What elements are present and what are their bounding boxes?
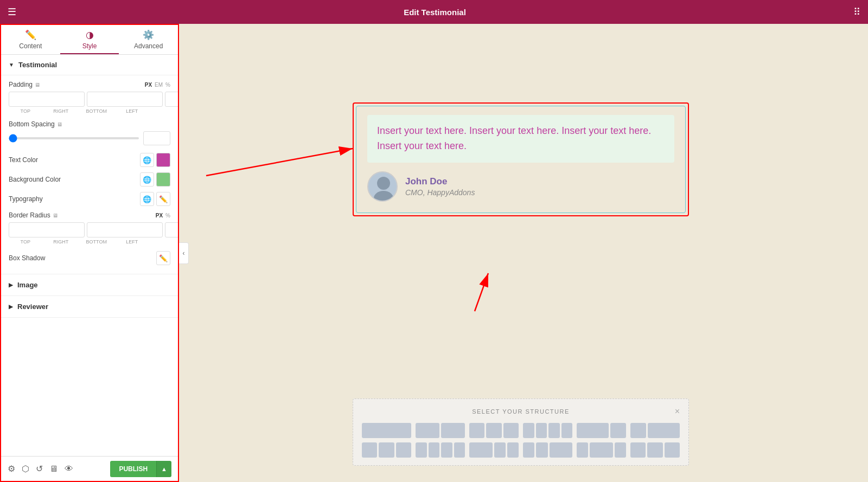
unit-percent[interactable]: % (165, 82, 170, 88)
author-name: John Doe (405, 176, 475, 187)
responsive-icon[interactable]: 🖥 (49, 464, 58, 474)
settings-icon[interactable]: ⚙ (8, 464, 15, 474)
typography-globe-button[interactable]: 🌐 (140, 192, 154, 206)
publish-dropdown-button[interactable]: ▲ (156, 461, 171, 477)
testimonial-inner: Insert your text here. Insert your text … (356, 106, 686, 213)
eye-icon[interactable]: 👁 (65, 464, 73, 474)
chevron-down-icon: ▼ (9, 62, 14, 68)
text-color-swatch[interactable] (156, 153, 170, 167)
chevron-right-icon-2: ▶ (9, 304, 13, 310)
testimonial-text: Insert your text here. Insert your text … (377, 124, 665, 154)
padding-label: Padding 🖥 (9, 81, 40, 88)
background-color-label: Background Color (9, 176, 61, 183)
typography-label: Typography (9, 195, 43, 203)
bottom-spacing-value[interactable] (143, 131, 170, 145)
structure-selector: SELECT YOUR STRUCTURE × (353, 399, 689, 466)
bottom-spacing-label: Bottom Spacing 🖥 (9, 120, 62, 128)
testimonial-text-box: Insert your text here. Insert your text … (367, 115, 674, 163)
structure-option-2-1col[interactable] (577, 423, 626, 438)
unit-em[interactable]: EM (155, 82, 163, 88)
svg-line-1 (206, 149, 353, 176)
monitor-icon-2: 🖥 (57, 121, 62, 127)
author-title: CMO, HappyAddons (405, 188, 475, 197)
tab-advanced[interactable]: ⚙️ Advanced (119, 25, 178, 54)
monitor-icon: 🖥 (35, 82, 40, 88)
text-color-label: Text Color (9, 156, 38, 164)
structure-option-1col[interactable] (362, 423, 411, 438)
structure-option-4col[interactable] (523, 423, 572, 438)
svg-point-5 (377, 177, 390, 190)
publish-button[interactable]: PUBLISH (110, 461, 156, 477)
structure-option-2col[interactable] (416, 423, 465, 438)
structure-option-r2-1[interactable] (362, 442, 411, 458)
tab-style[interactable]: ◑ Style (60, 25, 119, 54)
testimonial-section-header[interactable]: ▼ Testimonial (1, 55, 178, 75)
image-section-header[interactable]: ▶ Image (1, 274, 178, 295)
page-title: Edit Testimonial (404, 8, 466, 17)
menu-icon[interactable]: ☰ (8, 6, 16, 18)
structure-option-r2-2[interactable] (416, 442, 465, 458)
padding-bottom-input[interactable] (165, 92, 178, 107)
box-shadow-edit-button[interactable]: ✏️ (156, 251, 170, 265)
structure-close-button[interactable]: × (675, 407, 680, 416)
structure-option-3col[interactable] (469, 423, 519, 438)
bg-color-swatch[interactable] (156, 172, 170, 187)
text-color-globe-button[interactable]: 🌐 (140, 153, 154, 167)
border-radius-right-input[interactable] (87, 222, 163, 237)
box-shadow-label: Box Shadow (9, 254, 45, 262)
svg-line-3 (475, 273, 488, 311)
typography-edit-button[interactable]: ✏️ (156, 192, 170, 206)
collapse-sidebar-handle[interactable]: ‹ (179, 242, 189, 264)
structure-option-r2-5[interactable] (577, 442, 626, 458)
bottom-spacing-slider[interactable] (9, 137, 139, 139)
border-unit-px[interactable]: PX (156, 213, 163, 218)
reviewer-section: ▶ Reviewer (1, 296, 178, 318)
testimonial-author: John Doe CMO, HappyAddons (367, 171, 674, 202)
tabs-bar: ✏️ Content ◑ Style ⚙️ Advanced (1, 25, 178, 55)
unit-px[interactable]: PX (145, 82, 152, 88)
testimonial-section: ▼ Testimonial Padding 🖥 PX EM (1, 55, 178, 274)
border-radius-bottom-input[interactable] (165, 222, 178, 237)
testimonial-widget: Insert your text here. Insert your text … (353, 102, 689, 216)
monitor-icon-3: 🖥 (53, 213, 58, 218)
padding-right-input[interactable] (87, 92, 163, 107)
structure-title: SELECT YOUR STRUCTURE (472, 408, 570, 415)
image-section: ▶ Image (1, 274, 178, 296)
tab-content[interactable]: ✏️ Content (1, 25, 60, 54)
structure-option-r2-4[interactable] (523, 442, 572, 458)
padding-top-input[interactable] (9, 92, 85, 107)
chevron-right-icon: ▶ (9, 282, 13, 288)
author-info: John Doe CMO, HappyAddons (405, 176, 475, 197)
border-radius-label: Border Radius 🖥 (9, 211, 58, 219)
border-unit-percent[interactable]: % (165, 213, 170, 218)
reviewer-section-header[interactable]: ▶ Reviewer (1, 296, 178, 317)
border-radius-top-input[interactable] (9, 222, 85, 237)
layers-icon[interactable]: ⬡ (22, 464, 29, 474)
history-icon[interactable]: ↺ (36, 464, 43, 474)
grid-icon[interactable]: ⠿ (853, 6, 860, 18)
structure-option-r2-6[interactable] (630, 442, 680, 458)
structure-option-1-2col[interactable] (630, 423, 680, 438)
bg-color-globe-button[interactable]: 🌐 (140, 172, 154, 187)
structure-option-r2-3[interactable] (469, 442, 519, 458)
author-avatar (367, 171, 398, 202)
